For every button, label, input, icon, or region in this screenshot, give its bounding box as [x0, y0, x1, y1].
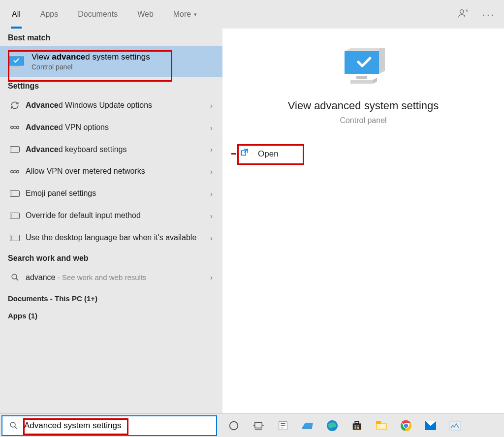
refresh-icon	[8, 101, 22, 110]
search-icon	[8, 273, 22, 281]
chevron-right-icon: ›	[210, 212, 215, 220]
web-search-item[interactable]: advance - See work and web results ›	[0, 267, 222, 289]
keyboard-icon	[8, 146, 22, 153]
search-input[interactable]	[24, 421, 216, 431]
settings-item-label: Advanced keyboard settings	[22, 145, 210, 155]
svg-point-4	[11, 126, 13, 129]
settings-item-label: Emoji panel settings	[22, 188, 210, 199]
settings-item[interactable]: Advanced VPN options›	[0, 117, 222, 139]
settings-item-label: Advanced VPN options	[22, 123, 210, 133]
svg-rect-29	[354, 427, 356, 429]
feedback-icon[interactable]	[458, 8, 469, 21]
taskbar-app-icon[interactable]	[445, 415, 466, 436]
taskbar-store-icon[interactable]	[346, 415, 367, 436]
svg-rect-28	[357, 425, 359, 427]
svg-line-16	[14, 427, 16, 429]
svg-point-8	[12, 275, 17, 280]
apps-header[interactable]: Apps (1)	[0, 306, 222, 323]
svg-point-0	[460, 9, 464, 13]
taskbar-chrome-icon[interactable]	[396, 415, 416, 436]
taskbar-explorer-icon[interactable]	[371, 415, 392, 436]
settings-item[interactable]: Use the desktop language bar when it's a…	[0, 227, 222, 249]
svg-rect-3	[12, 67, 21, 69]
taskbar-edge-icon[interactable]	[322, 415, 343, 436]
open-icon	[240, 148, 249, 159]
tab-more[interactable]: More▾	[163, 0, 207, 29]
settings-item[interactable]: Allow VPN over metered networks›	[0, 160, 222, 183]
search-icon	[2, 421, 24, 430]
settings-item-label: Allow VPN over metered networks	[22, 166, 210, 177]
vpn-icon	[8, 124, 22, 131]
chevron-down-icon: ▾	[194, 11, 197, 18]
svg-point-6	[11, 170, 13, 173]
svg-point-5	[16, 126, 19, 129]
results-pane: Best match View advanced system settings…	[0, 29, 222, 413]
preview-pane: View advanced system settings Control pa…	[222, 29, 504, 413]
chevron-right-icon: ›	[210, 145, 215, 154]
preview-subtitle: Control panel	[232, 116, 494, 125]
search-work-web-header: Search work and web	[0, 249, 222, 267]
open-label: Open	[258, 149, 279, 159]
settings-list: Advanced Windows Update options›Advanced…	[0, 94, 222, 249]
svg-rect-18	[255, 422, 262, 428]
svg-rect-27	[354, 425, 356, 427]
chevron-right-icon: ›	[210, 124, 215, 132]
svg-rect-26	[355, 421, 358, 423]
settings-item[interactable]: Advanced Windows Update options›	[0, 94, 222, 117]
open-action[interactable]: Open	[240, 148, 486, 159]
taskbar-taskview-icon[interactable]	[248, 415, 269, 436]
svg-rect-12	[356, 76, 367, 79]
taskbar	[0, 413, 504, 437]
svg-rect-33	[377, 424, 386, 429]
chevron-right-icon: ›	[210, 273, 215, 281]
taskbar-app-icon[interactable]	[297, 415, 318, 436]
more-options-icon[interactable]: ···	[482, 9, 495, 20]
svg-rect-10	[345, 51, 379, 74]
taskbar-app-icon[interactable]	[273, 415, 293, 436]
best-match-header: Best match	[0, 29, 222, 46]
system-settings-icon	[8, 53, 25, 70]
svg-point-7	[16, 170, 19, 173]
tab-all[interactable]: All	[2, 0, 31, 29]
tab-apps[interactable]: Apps	[31, 0, 68, 29]
svg-rect-32	[376, 421, 381, 424]
settings-item-label: Use the desktop language bar when it's a…	[22, 233, 210, 243]
chevron-right-icon: ›	[210, 101, 215, 110]
documents-header[interactable]: Documents - This PC (1+)	[0, 288, 222, 306]
preview-icon	[232, 48, 494, 89]
settings-item[interactable]: Emoji panel settings›	[0, 183, 222, 205]
chevron-right-icon: ›	[210, 234, 215, 242]
chevron-right-icon: ›	[210, 167, 215, 176]
best-match-result[interactable]: View advanced system settings Control pa…	[0, 46, 222, 77]
tab-web[interactable]: Web	[127, 0, 163, 29]
web-search-label: advance - See work and web results	[22, 273, 210, 283]
svg-line-9	[16, 279, 18, 281]
best-match-subtitle: Control panel	[32, 63, 150, 71]
svg-rect-25	[353, 423, 361, 430]
taskbar-search[interactable]	[1, 415, 217, 436]
search-filter-tabs: All Apps Documents Web More▾ ···	[0, 0, 504, 29]
keyboard-icon	[8, 190, 22, 197]
settings-header: Settings	[0, 77, 222, 94]
svg-rect-13	[350, 80, 373, 84]
svg-rect-23	[302, 428, 312, 429]
settings-item[interactable]: Advanced keyboard settings›	[0, 139, 222, 161]
taskbar-mail-icon[interactable]	[420, 415, 441, 436]
taskbar-cortana-icon[interactable]	[223, 415, 244, 436]
settings-item-label: Advanced Windows Update options	[22, 100, 210, 111]
tab-documents[interactable]: Documents	[68, 0, 127, 29]
vpn-icon	[8, 168, 22, 175]
settings-item[interactable]: Override for default input method›	[0, 205, 222, 227]
preview-title: View advanced system settings	[232, 99, 494, 112]
svg-point-15	[10, 422, 15, 427]
keyboard-icon	[8, 213, 22, 219]
svg-rect-30	[357, 427, 359, 429]
annotation-dash	[231, 153, 236, 155]
best-match-title: View advanced system settings	[32, 52, 150, 62]
svg-rect-2	[14, 66, 19, 67]
keyboard-icon	[8, 235, 22, 241]
svg-point-17	[230, 421, 238, 430]
chevron-right-icon: ›	[210, 189, 215, 198]
settings-item-label: Override for default input method	[22, 211, 210, 221]
